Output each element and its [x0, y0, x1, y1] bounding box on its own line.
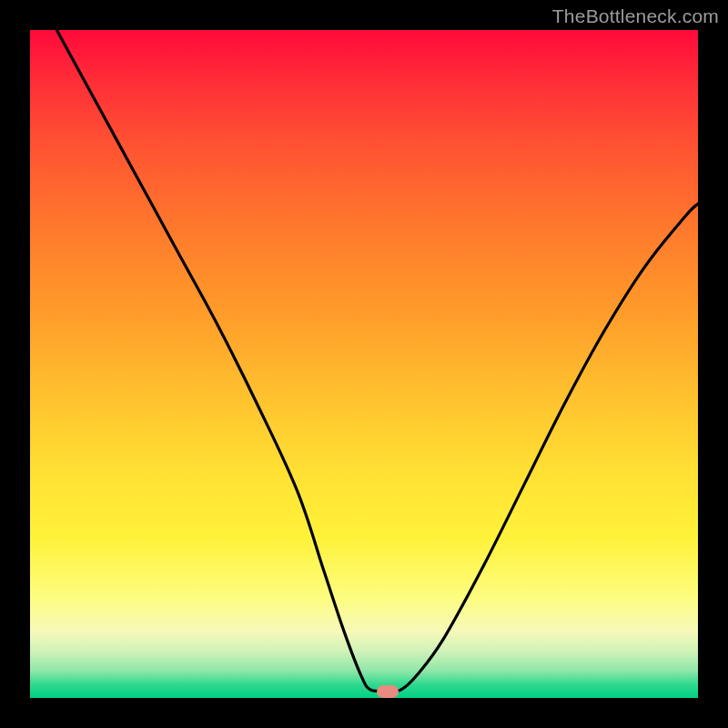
chart-frame: TheBottleneck.com [0, 0, 728, 728]
optimum-marker [377, 685, 399, 698]
curve-path [56, 30, 698, 692]
bottleneck-curve [30, 30, 698, 698]
watermark-text: TheBottleneck.com [552, 5, 719, 27]
plot-area [30, 30, 698, 698]
